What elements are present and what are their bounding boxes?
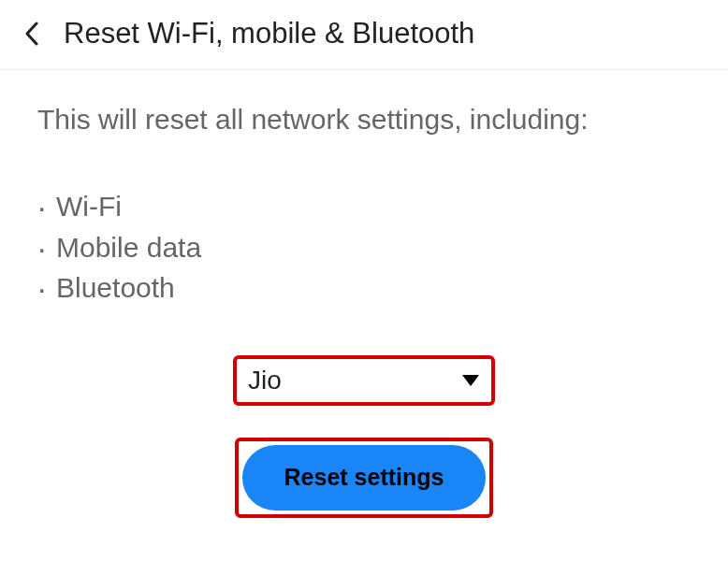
back-icon[interactable] — [19, 21, 45, 47]
content: This will reset all network settings, in… — [0, 70, 728, 518]
reset-settings-button[interactable]: Reset settings — [242, 445, 486, 511]
page-title: Reset Wi-Fi, mobile & Bluetooth — [64, 17, 474, 50]
carrier-dropdown[interactable]: Jio — [240, 363, 488, 398]
reset-items-list: Wi-Fi Mobile data Bluetooth — [37, 186, 691, 309]
list-item: Mobile data — [37, 227, 691, 268]
description-text: This will reset all network settings, in… — [37, 100, 691, 139]
controls: Jio Reset settings — [37, 355, 691, 518]
dropdown-highlight: Jio — [233, 355, 495, 406]
button-highlight: Reset settings — [235, 438, 493, 518]
list-item: Wi-Fi — [37, 186, 691, 227]
chevron-down-icon — [461, 371, 480, 390]
dropdown-selected-value: Jio — [248, 366, 282, 396]
list-item: Bluetooth — [37, 267, 691, 309]
header: Reset Wi-Fi, mobile & Bluetooth — [0, 0, 728, 70]
